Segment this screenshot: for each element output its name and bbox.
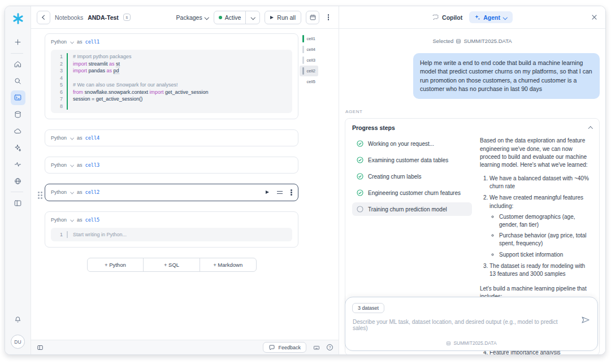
minimap-item-cell2[interactable]: cell2 <box>300 66 318 76</box>
progress-steps-title: Progress steps <box>352 124 395 131</box>
tab-copilot[interactable]: Copilot <box>432 14 462 21</box>
sidebar-item-plus-icon[interactable] <box>11 35 25 50</box>
run-cell-icon[interactable] <box>266 190 269 194</box>
app-window: DU Notebooks ANDA-Test s Packages Active <box>5 6 606 355</box>
chat-input-box[interactable]: 3 dataset Describe your ML task, dataset… <box>345 297 598 351</box>
minimap-cell-bar <box>302 78 304 85</box>
cell-language[interactable]: Python <box>51 39 67 45</box>
database-icon <box>446 341 451 346</box>
minimap-item-cell5[interactable]: cell5 <box>300 76 318 87</box>
user-avatar[interactable]: DU <box>11 335 25 349</box>
chevron-down-icon <box>70 163 73 167</box>
packages-dropdown[interactable]: Packages <box>176 14 209 21</box>
chat-input-placeholder[interactable]: Describe your ML task, dataset location,… <box>353 319 573 331</box>
toggle-panel-icon[interactable] <box>37 344 44 351</box>
response-sublist-item: Support ticket information <box>499 251 592 259</box>
step-label: Engineering customer churn features <box>368 190 461 196</box>
notebook-topbar: Notebooks ANDA-Test s Packages Active Ru… <box>31 6 339 29</box>
minimap-cell-label: cell1 <box>307 36 315 41</box>
minimap-cell-bar <box>302 67 304 75</box>
cell-menu-icon[interactable] <box>291 192 292 193</box>
session-status-dropdown[interactable]: Active <box>214 11 261 24</box>
chevron-down-icon <box>70 40 73 44</box>
minimap-cell-bar <box>302 35 304 42</box>
cell-cell5[interactable]: Python as cell5 1 Start writing in Pytho… <box>45 211 298 248</box>
sidebar-item-activity-icon[interactable] <box>11 157 25 172</box>
back-button[interactable] <box>37 11 50 24</box>
sidebar-item-cloud-icon[interactable] <box>11 124 25 138</box>
minimap-item-cell4[interactable]: cell4 <box>300 44 318 55</box>
cell-cell4[interactable]: Python as cell4 <box>45 129 298 146</box>
minimap-item-cell3[interactable]: cell3 <box>300 55 318 66</box>
cell-name[interactable]: cell1 <box>85 39 100 45</box>
progress-step[interactable]: Training churn prediction model <box>352 202 472 216</box>
cell-name[interactable]: cell3 <box>85 162 100 168</box>
breadcrumb[interactable]: Notebooks <box>55 14 83 21</box>
copilot-body: Selected SUMMIT2025.DATA Help me write a… <box>339 29 605 354</box>
cell-name[interactable]: cell5 <box>85 217 100 223</box>
progress-step[interactable]: Engineering customer churn features <box>352 186 472 200</box>
feedback-button[interactable]: Feedback <box>263 342 306 353</box>
step-label: Creating churn labels <box>368 174 422 180</box>
sidebar-item-marketplace-icon[interactable] <box>11 174 25 188</box>
help-icon[interactable]: ? <box>327 344 333 350</box>
minimap-cell-label: cell3 <box>307 58 315 63</box>
step-done-check-icon <box>357 157 363 163</box>
dataset-count-chip[interactable]: 3 dataset <box>352 303 384 313</box>
code-line: import streamlit as st <box>73 60 292 68</box>
sidebar-item-ai-sparkle-icon[interactable] <box>11 140 25 155</box>
close-panel-icon[interactable] <box>591 14 598 21</box>
status-chevron-icon <box>246 11 259 24</box>
tab-agent[interactable]: Agent <box>469 11 513 23</box>
progress-step[interactable]: Examining customer data tables <box>352 153 472 167</box>
schedule-button[interactable] <box>306 11 319 24</box>
code-editor-cell5[interactable]: 1 Start writing in Python... <box>51 228 292 242</box>
run-all-button[interactable]: Run all <box>265 11 301 24</box>
code-line: # Import python packages <box>73 53 292 60</box>
minimap-cell-label: cell5 <box>307 79 315 84</box>
minimap-cell-label: cell4 <box>307 47 315 52</box>
minimap-cell-bar <box>302 46 304 53</box>
code-line: session = get_active_session() <box>73 96 292 103</box>
cell-name[interactable]: cell2 <box>85 189 100 195</box>
notebook-statusbar: Feedback ? <box>31 340 339 354</box>
progress-step[interactable]: Creating churn labels <box>352 170 472 183</box>
code-editor-cell1[interactable]: 12345678 # Import python packagesimport … <box>51 50 292 113</box>
more-options-button[interactable] <box>324 16 333 18</box>
notifications-bell-icon[interactable] <box>11 313 25 327</box>
step-label: Examining customer data tables <box>368 157 448 163</box>
response-list-item: The dataset is ready for modeling with 1… <box>489 262 592 278</box>
sidebar-item-search-icon[interactable] <box>11 73 25 88</box>
response-sublist-item: Purchase behavior (avg price, total spen… <box>499 232 592 248</box>
user-message-bubble: Help me write a end to end code that bui… <box>413 53 600 99</box>
send-message-icon[interactable] <box>581 315 590 324</box>
cell-cell3[interactable]: Python as cell3 <box>45 157 298 174</box>
selected-dataset-name: SUMMIT2025.DATA <box>463 38 512 44</box>
code-line: Start writing in Python... <box>73 231 292 239</box>
drag-handle-icon[interactable] <box>38 192 42 199</box>
sidebar-item-projects-icon[interactable] <box>11 90 25 105</box>
minimap-item-cell1[interactable]: cell1 <box>300 33 318 44</box>
cell-name[interactable]: cell4 <box>85 135 100 141</box>
minimap-cell-label: cell2 <box>307 68 315 73</box>
chevron-down-icon <box>70 136 73 140</box>
sidebar-item-home-icon[interactable] <box>11 57 25 72</box>
collapse-progress-icon[interactable] <box>588 125 592 130</box>
snowflake-logo-icon[interactable] <box>11 11 25 26</box>
add-sql-cell-button[interactable]: + SQL <box>143 258 200 271</box>
progress-step[interactable]: Working on your request... <box>352 137 472 150</box>
add-markdown-cell-button[interactable]: + Markdown <box>200 258 256 271</box>
add-python-cell-button[interactable]: + Python <box>88 258 144 271</box>
keyboard-shortcuts-icon[interactable] <box>313 344 320 351</box>
copilot-header: Copilot Agent <box>339 6 605 29</box>
database-icon <box>456 38 461 44</box>
step-done-check-icon <box>357 173 363 180</box>
sidebar-item-database-icon[interactable] <box>11 107 25 122</box>
cell-results-icon[interactable] <box>277 189 283 196</box>
step-label: Working on your request... <box>368 141 434 147</box>
cell-cell1[interactable]: Python as cell1 12345678 # Import python… <box>45 33 298 119</box>
add-cell-button-group: + Python + SQL + Markdown <box>87 258 257 272</box>
sidebar-item-panels-icon[interactable] <box>11 196 25 210</box>
cell-cell2-selected[interactable]: Python as cell2 <box>45 184 298 201</box>
step-done-check-icon <box>357 140 363 147</box>
